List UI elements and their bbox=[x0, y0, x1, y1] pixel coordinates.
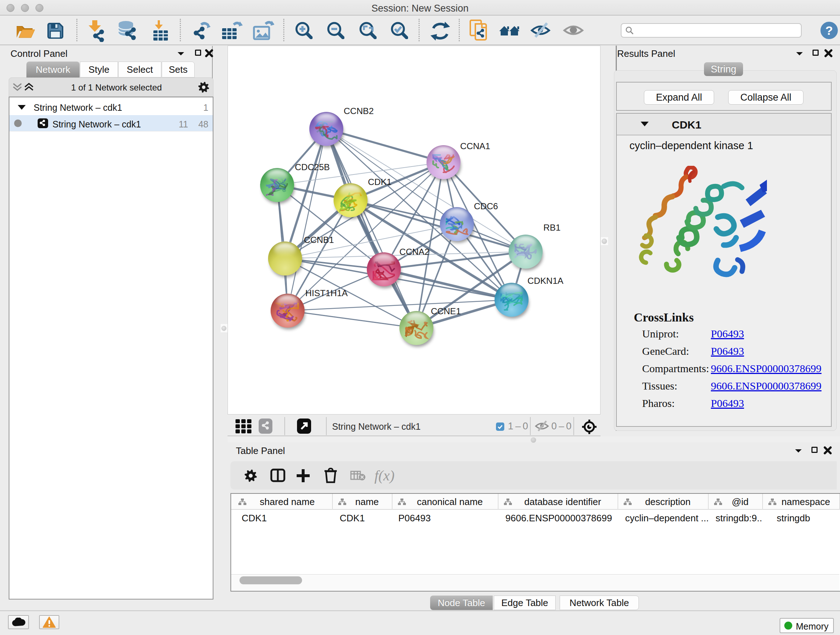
svg-text:CCNE1: CCNE1 bbox=[431, 306, 461, 316]
svg-text:CCNB2: CCNB2 bbox=[344, 106, 374, 116]
svg-text:CDC25B: CDC25B bbox=[295, 162, 330, 172]
svg-text:CDKN1A: CDKN1A bbox=[527, 276, 564, 286]
svg-text:RB1: RB1 bbox=[543, 223, 561, 233]
svg-text:CDK1: CDK1 bbox=[368, 177, 392, 187]
svg-text:HIST1H1A: HIST1H1A bbox=[305, 288, 348, 298]
svg-text:CCNA2: CCNA2 bbox=[399, 247, 429, 257]
svg-text:CCNA1: CCNA1 bbox=[460, 141, 490, 151]
svg-text:CCNB1: CCNB1 bbox=[304, 235, 334, 245]
svg-text:CDC6: CDC6 bbox=[474, 201, 498, 211]
